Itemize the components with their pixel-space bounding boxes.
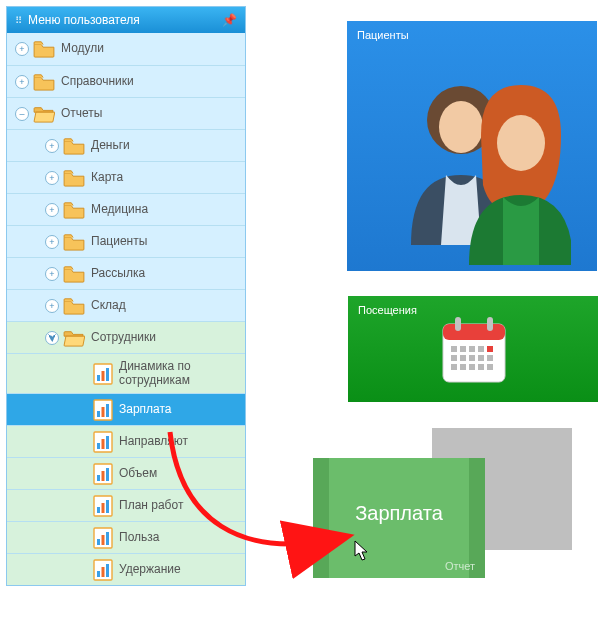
tree-item-referrers[interactable]: Направляют [7,425,245,457]
tile-visits[interactable]: Посещения [348,296,598,402]
label: Зарплата [119,403,172,416]
tile-salary-title: Зарплата [313,502,485,525]
svg-rect-6 [102,407,105,417]
calendar-icon [441,314,507,386]
svg-rect-42 [469,355,475,361]
svg-rect-19 [106,500,109,513]
label: Удержание [119,563,181,576]
tree-item-mailing[interactable]: + Рассылка [7,257,245,289]
svg-rect-2 [102,371,105,381]
label: Отчеты [61,107,102,120]
svg-rect-45 [451,364,457,370]
svg-rect-9 [97,443,100,449]
svg-rect-47 [469,364,475,370]
svg-rect-44 [487,355,493,361]
svg-rect-34 [487,317,493,331]
tree-item-stock[interactable]: + Склад [7,289,245,321]
svg-rect-43 [478,355,484,361]
svg-rect-23 [106,532,109,545]
tree-item-money[interactable]: + Деньги [7,129,245,161]
svg-rect-15 [106,468,109,481]
svg-rect-10 [102,439,105,449]
expand-icon[interactable]: + [45,203,59,217]
tile-salary-dragging[interactable]: Зарплата Отчет [313,458,485,578]
label: Справочники [61,75,134,88]
label: Объем [119,467,157,480]
tree-item-card[interactable]: + Карта [7,161,245,193]
svg-point-29 [439,101,483,153]
label: Карта [91,171,123,184]
expand-icon[interactable]: + [45,235,59,249]
expand-icon[interactable]: + [15,75,29,89]
tree-item-retention[interactable]: Удержание [7,553,245,585]
tree-item-staff[interactable]: ⮟ Сотрудники [7,321,245,353]
user-menu-panel: ⠿ Меню пользователя 📌 + Модули + Справоч… [6,6,246,586]
tree-item-medicine[interactable]: + Медицина [7,193,245,225]
tile-patients-title: Пациенты [357,29,409,41]
user-menu-title: Меню пользователя [28,13,222,27]
folder-open-icon [33,105,55,123]
label: Деньги [91,139,130,152]
svg-rect-11 [106,436,109,449]
label: План работ [119,499,183,512]
tree-item-modules[interactable]: + Модули [7,33,245,65]
tree-item-salary[interactable]: Зарплата [7,393,245,425]
expand-icon[interactable]: + [45,267,59,281]
report-icon [93,431,113,453]
pin-icon[interactable]: 📌 [222,13,237,27]
tile-patients[interactable]: Пациенты [347,21,597,271]
label: Медицина [91,203,148,216]
tree-item-refs[interactable]: + Справочники [7,65,245,97]
svg-rect-40 [451,355,457,361]
report-icon [93,363,113,385]
svg-rect-36 [460,346,466,352]
tree-item-reports[interactable]: – Отчеты [7,97,245,129]
svg-rect-21 [97,539,100,545]
folder-closed-icon [63,169,85,187]
folder-closed-icon [33,40,55,58]
svg-point-30 [497,115,545,171]
svg-rect-37 [469,346,475,352]
patients-icon [391,65,571,265]
folder-closed-icon [63,265,85,283]
collapse-icon[interactable]: – [15,107,29,121]
svg-rect-33 [455,317,461,331]
label: Склад [91,299,126,312]
report-icon [93,559,113,581]
tree-item-workplan[interactable]: План работ [7,489,245,521]
report-icon [93,527,113,549]
tile-visits-title: Посещения [358,304,417,316]
svg-rect-49 [487,364,493,370]
svg-rect-5 [97,411,100,417]
expand-icon[interactable]: + [15,42,29,56]
label: Сотрудники [91,331,156,344]
folder-open-icon [63,329,85,347]
tile-salary-subtitle: Отчет [445,560,475,572]
grip-icon: ⠿ [15,15,22,26]
svg-rect-17 [97,507,100,513]
collapse-down-icon[interactable]: ⮟ [45,331,59,345]
tree: + Модули + Справочники – Отчеты + Деньги… [7,33,245,585]
tree-item-patients[interactable]: + Пациенты [7,225,245,257]
tree-item-benefit[interactable]: Польза [7,521,245,553]
label: Направляют [119,435,188,448]
svg-rect-18 [102,503,105,513]
svg-rect-13 [97,475,100,481]
svg-rect-1 [97,375,100,381]
expand-icon[interactable]: + [45,171,59,185]
folder-closed-icon [63,297,85,315]
label: Модули [61,42,104,55]
report-icon [93,463,113,485]
svg-rect-7 [106,404,109,417]
expand-icon[interactable]: + [45,139,59,153]
folder-closed-icon [63,137,85,155]
tree-item-volume[interactable]: Объем [7,457,245,489]
report-icon [93,399,113,421]
svg-rect-22 [102,535,105,545]
svg-rect-38 [478,346,484,352]
svg-rect-14 [102,471,105,481]
tree-item-dynamics[interactable]: Динамика по сотрудникам [7,353,245,393]
svg-rect-39 [487,346,493,352]
svg-rect-46 [460,364,466,370]
expand-icon[interactable]: + [45,299,59,313]
